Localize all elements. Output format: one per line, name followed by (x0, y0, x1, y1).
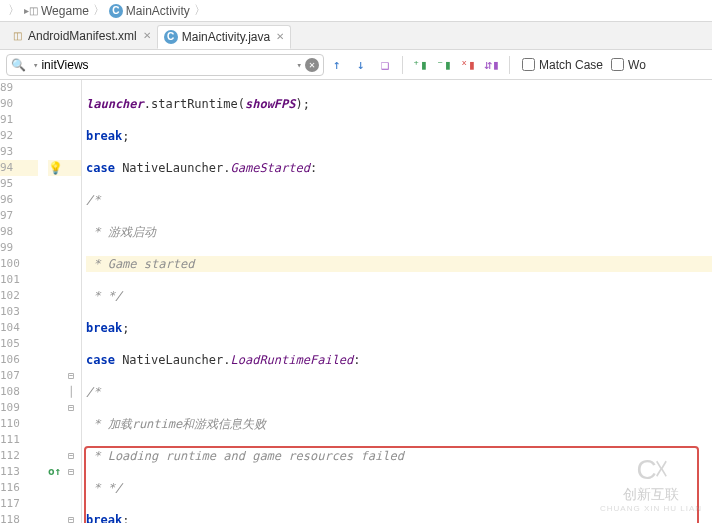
xml-file-icon: ◫ (10, 29, 24, 43)
chevron-right-icon: 〉 (194, 2, 206, 19)
folder-icon: ▸◫ (24, 4, 38, 18)
marker-gutter: 💡 o↑ (48, 80, 68, 523)
history-dropdown-icon[interactable]: ▾ (297, 60, 302, 70)
clear-icon[interactable]: ✕ (305, 58, 319, 72)
remove-selection-icon[interactable]: ⁻▮ (433, 54, 455, 76)
editor-tabs: ◫ AndroidManifest.xml ✕ C MainActivity.j… (0, 22, 712, 50)
search-box[interactable]: 🔍 ▾ ▾ ✕ (6, 54, 324, 76)
code-editor[interactable]: 89 90 91 92 93 94 95 96 97 98 99 100 101… (0, 80, 712, 523)
override-marker-icon[interactable]: o↑ (48, 464, 61, 480)
breadcrumb-class[interactable]: MainActivity (126, 4, 190, 18)
select-all-occ-icon[interactable]: ⇵▮ (481, 54, 503, 76)
breadcrumb[interactable]: 〉 ▸◫ Wegame 〉 C MainActivity 〉 (0, 0, 712, 22)
tab-label: MainActivity.java (182, 30, 270, 44)
line-number-gutter: 89 90 91 92 93 94 95 96 97 98 99 100 101… (0, 80, 48, 523)
dropdown-icon[interactable]: ▾ (33, 60, 38, 70)
add-selection-icon[interactable]: ⁺▮ (409, 54, 431, 76)
select-all-icon[interactable]: ❑ (374, 54, 396, 76)
lightbulb-icon[interactable]: 💡 (48, 160, 63, 176)
words-label: Wo (628, 58, 646, 72)
next-match-icon[interactable]: ↓ (350, 54, 372, 76)
tab-mainactivity[interactable]: C MainActivity.java ✕ (157, 25, 291, 49)
prev-match-icon[interactable]: ↑ (326, 54, 348, 76)
search-icon: 🔍 (11, 58, 26, 72)
close-icon[interactable]: ✕ (143, 30, 151, 41)
match-case-checkbox[interactable] (522, 58, 535, 71)
find-toolbar: 🔍 ▾ ▾ ✕ ↑ ↓ ❑ ⁺▮ ⁻▮ ˣ▮ ⇵▮ Match Case Wo (0, 50, 712, 80)
words-option[interactable]: Wo (611, 58, 646, 72)
chevron-right-icon: 〉 (8, 2, 20, 19)
tab-label: AndroidManifest.xml (28, 29, 137, 43)
match-case-label: Match Case (539, 58, 603, 72)
fold-gutter[interactable]: ⊟│⊟ ⊟⊟ ⊟⊟⊟ (68, 80, 82, 523)
class-icon: C (164, 30, 178, 44)
code-area[interactable]: launcher.startRuntime(showFPS); break; c… (82, 80, 712, 523)
class-icon: C (109, 4, 123, 18)
words-checkbox[interactable] (611, 58, 624, 71)
close-icon[interactable]: ✕ (276, 31, 284, 42)
match-case-option[interactable]: Match Case (522, 58, 603, 72)
chevron-right-icon: 〉 (93, 2, 105, 19)
exclude-selection-icon[interactable]: ˣ▮ (457, 54, 479, 76)
tab-manifest[interactable]: ◫ AndroidManifest.xml ✕ (4, 24, 157, 48)
search-input[interactable] (41, 58, 293, 72)
breadcrumb-folder[interactable]: Wegame (41, 4, 89, 18)
